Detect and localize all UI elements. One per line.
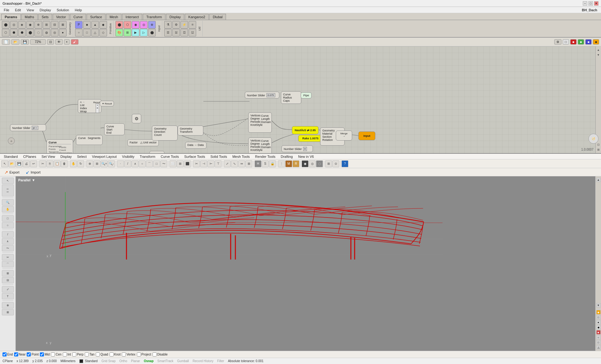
snap-vertex-check[interactable] (122, 352, 126, 356)
ribbon-icon-10[interactable]: ⬢ (10, 29, 18, 36)
ribbon-icon-p1[interactable]: P (75, 21, 83, 29)
gh-node-number-slider-1[interactable]: Number Slider pi ○ (10, 124, 46, 131)
gh-rp-btn-3[interactable]: ⊡ (596, 142, 601, 147)
rt-zoom-sel[interactable]: ⊞ (94, 160, 100, 167)
gh-color-btn4[interactable]: ■ (585, 39, 592, 45)
rhino-menu-setview[interactable]: Set View (39, 154, 57, 159)
osnap-label[interactable]: Osnap (144, 359, 153, 363)
ribbon-icon-u4[interactable]: ⚛ (189, 21, 196, 29)
ribbon-icon-13[interactable]: ◌ (35, 29, 42, 36)
gh-tab-vector[interactable]: Vector (53, 14, 69, 20)
gh-node-geom-dir[interactable]: GeometryDirectionCount (152, 126, 178, 141)
lt-gumball[interactable]: ⊕ (2, 302, 14, 308)
rt-zoom-in[interactable]: 🔍+ (101, 160, 108, 167)
ribbon-icon-i7[interactable]: ⊞ (124, 29, 131, 36)
ribbon-icon-i10[interactable]: ⬤ (148, 29, 156, 36)
lt-line[interactable]: / (2, 231, 14, 238)
rt-layer[interactable]: ⋮ (278, 160, 285, 167)
grid-snap-label[interactable]: Grid Snap (101, 359, 115, 363)
gh-node-curve-start-end[interactable]: CurveStartEnd (104, 123, 125, 135)
rt-lock[interactable]: 🔒 (269, 160, 276, 167)
gh-node-nurbs-1[interactable]: VerticesDegreePeriodicKnotStyle CurveLen… (248, 112, 272, 133)
gh-tab-curve[interactable]: Curve (70, 14, 86, 20)
ribbon-icon-u1[interactable]: ⚗ (164, 21, 172, 29)
ribbon-icon-u8[interactable]: ☳ (189, 29, 196, 36)
gh-settings-btn[interactable]: ⚙ (554, 39, 561, 45)
ribbon-icon-15[interactable]: ◎ (51, 29, 58, 36)
ribbon-icon-u5[interactable]: ☰ (164, 29, 172, 36)
rt-open[interactable]: 📂 (8, 160, 15, 167)
snap-quad-check[interactable] (96, 352, 100, 356)
snap-tan[interactable]: Tan (85, 352, 94, 356)
gh-save-btn[interactable]: 💾 (21, 39, 29, 45)
filter-label[interactable]: Filter (217, 359, 224, 363)
gh-node-nautilus[interactable]: NautiluS ⇄ 2.95 (292, 126, 319, 134)
rt-scale[interactable]: ⤡ (231, 160, 238, 167)
gh-canvas-area[interactable]: Number Slider pi ○ Curve ParametersPoint… (0, 46, 601, 153)
lt-pan[interactable]: ✋ (2, 206, 14, 212)
snap-knot-check[interactable] (110, 352, 114, 356)
rhino-menu-cplanes[interactable]: CPlanes (21, 154, 39, 159)
ribbon-icon-p7[interactable]: △ (91, 29, 99, 36)
lt-polyline[interactable]: ∧ (2, 238, 14, 244)
rs-btn-8[interactable]: △ (596, 345, 601, 350)
rhino-menu-curve-tools[interactable]: Curve Tools (158, 154, 181, 159)
gh-node-curve-params[interactable]: Curve ParametersPointsTangentsKinks Poin… (46, 139, 73, 153)
ribbon-icon-i3[interactable]: ◉ (132, 21, 139, 29)
snap-quad[interactable]: Quad (96, 352, 108, 356)
gh-node-number-slider-2[interactable]: Number Slider 0.075 (245, 92, 279, 99)
lt-extrude[interactable]: ⊞ (2, 270, 14, 276)
gh-new-btn[interactable]: 📄 (2, 39, 10, 45)
ribbon-icon-p4[interactable]: ◆ (99, 21, 107, 29)
gh-node-settings[interactable]: ⚙ (132, 114, 141, 123)
gh-node-circle-1[interactable]: ○ (8, 137, 15, 144)
ribbon-icon-i2[interactable]: ⬡ (124, 21, 131, 29)
lt-trim[interactable]: ✂ (2, 254, 14, 260)
rs-btn-7[interactable]: □ (596, 340, 601, 345)
menu-edit[interactable]: Edit (13, 8, 24, 13)
ribbon-icon-i5[interactable]: ⊕ (148, 21, 156, 29)
snap-project-check[interactable] (137, 352, 141, 356)
snap-near-check[interactable] (14, 352, 18, 356)
menu-solution[interactable]: Solution (54, 8, 72, 13)
rt-material[interactable]: M (285, 160, 292, 167)
snap-disable-check[interactable] (153, 352, 157, 356)
rs-btn-2[interactable]: □ (596, 315, 601, 319)
snap-tan-check[interactable] (85, 352, 89, 356)
gh-node-number-slider-3[interactable]: Number Slider 0 (282, 145, 313, 152)
rt-join[interactable]: ⊢ (207, 160, 214, 167)
menu-display[interactable]: Display (37, 8, 53, 13)
gh-node-list-1[interactable]: A → ListIndexWrap +≡ Result (78, 99, 101, 113)
ribbon-icon-1[interactable]: ⬤ (2, 21, 9, 29)
snap-mid[interactable]: Mid (40, 352, 50, 356)
rs-btn-5[interactable]: ■ (596, 330, 601, 335)
ribbon-icon-9[interactable]: ⬡ (2, 29, 9, 36)
rt-osnap-toggle[interactable]: ⊙ (332, 160, 339, 167)
gh-dot-btn[interactable]: • (64, 39, 70, 45)
ribbon-icon-3[interactable]: ◈ (18, 21, 26, 29)
ribbon-icon-p5[interactable]: ○ (75, 29, 83, 36)
rt-mirror[interactable]: ⇔ (238, 160, 245, 167)
ribbon-icon-i9[interactable]: ▷ (140, 29, 148, 36)
rhino-menu-drafting[interactable]: Drafting (278, 154, 295, 159)
gh-node-input[interactable]: Input (358, 131, 375, 140)
gh-tab-sets[interactable]: Sets (38, 14, 52, 20)
ribbon-icon-2[interactable]: ◎ (10, 21, 18, 29)
rt-box[interactable]: ⬛ (184, 160, 191, 167)
rt-paste[interactable]: 📋 (54, 160, 61, 167)
snap-vertex[interactable]: Vertex (122, 352, 135, 356)
gh-tab-dlubal[interactable]: Dlubal (209, 14, 226, 20)
rt-undo[interactable]: ↩ (30, 160, 37, 167)
snap-perp[interactable]: Perp (72, 352, 83, 356)
rhino-menu-transform[interactable]: Transform (137, 154, 158, 159)
rt-move[interactable]: ⤢ (224, 160, 231, 167)
rhino-menu-render-tools[interactable]: Render Tools (253, 154, 278, 159)
rhino-menu-mesh-tools[interactable]: Mesh Tools (230, 154, 252, 159)
gh-color-btn1[interactable]: □ (563, 39, 569, 45)
gh-color-btn5[interactable]: ■ (593, 39, 599, 45)
gh-tab-display[interactable]: Display (166, 14, 184, 20)
rt-print[interactable]: 🖨 (23, 160, 30, 167)
rt-trim[interactable]: ✂ (193, 160, 200, 167)
rhino-menu-viewport[interactable]: Viewport Layout (89, 154, 119, 159)
rhino-menu-standard[interactable]: Standard (1, 154, 20, 159)
